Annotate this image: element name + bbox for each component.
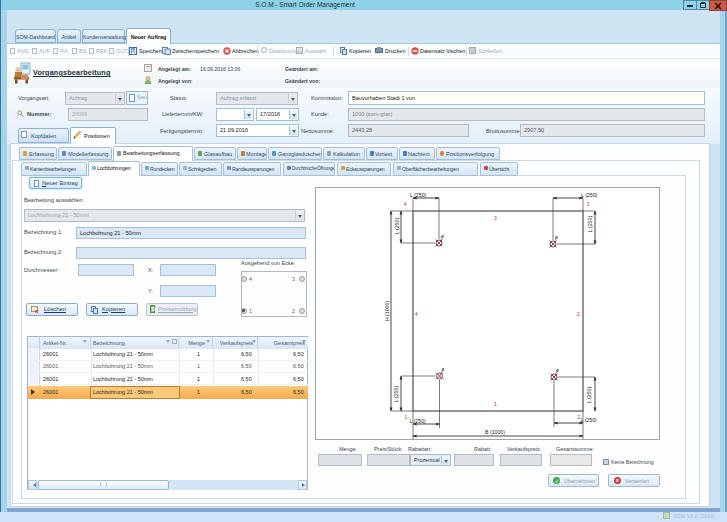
svg-text:ø: ø bbox=[442, 367, 445, 372]
svg-text:3: 3 bbox=[587, 201, 590, 207]
svg-text:1: 1 bbox=[405, 414, 408, 420]
svg-text:ø: ø bbox=[441, 234, 444, 239]
svg-text:4: 4 bbox=[404, 201, 407, 207]
svg-text:L (250): L (250) bbox=[586, 387, 592, 404]
svg-text:L (250): L (250) bbox=[581, 417, 598, 423]
svg-text:L (250): L (250) bbox=[587, 216, 593, 233]
svg-text:B (1000): B (1000) bbox=[485, 429, 505, 435]
svg-text:1: 1 bbox=[494, 401, 497, 407]
svg-text:4: 4 bbox=[415, 311, 418, 317]
svg-text:H (1000): H (1000) bbox=[384, 301, 390, 321]
svg-text:L (250): L (250) bbox=[393, 386, 399, 403]
svg-text:L (250): L (250) bbox=[394, 218, 400, 235]
svg-text:2: 2 bbox=[577, 311, 580, 317]
svg-text:ø: ø bbox=[555, 235, 558, 240]
svg-text:ø: ø bbox=[556, 368, 559, 373]
svg-text:L (250): L (250) bbox=[581, 192, 598, 198]
svg-text:2: 2 bbox=[578, 414, 581, 420]
svg-text:L (250): L (250) bbox=[410, 418, 427, 424]
svg-text:L (250): L (250) bbox=[410, 192, 427, 198]
svg-text:3: 3 bbox=[494, 215, 497, 221]
